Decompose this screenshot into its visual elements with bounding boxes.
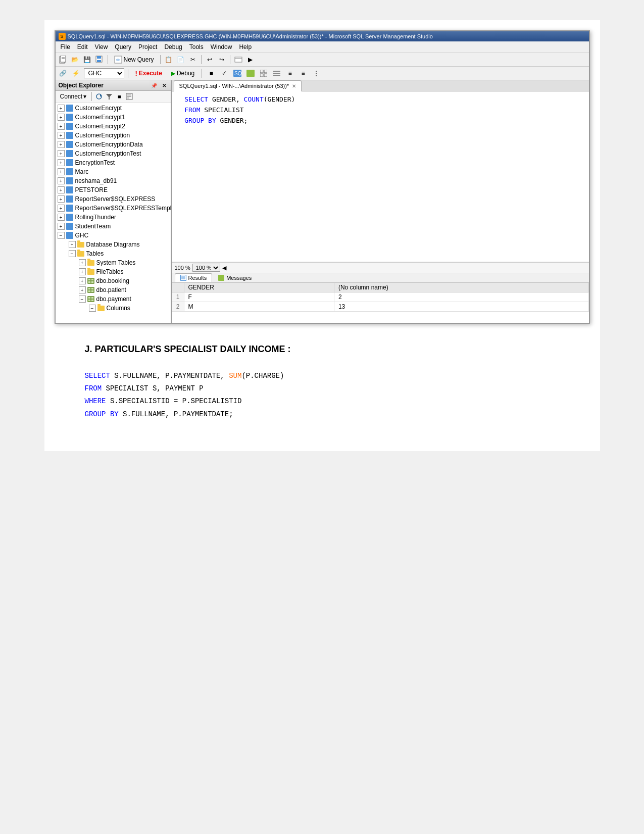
options-button[interactable]: ⋮ — [311, 68, 322, 79]
db-item-reportservertempdb[interactable]: + ReportServer$SQLEXPRESSTempDB — [56, 204, 171, 213]
oe-stop-btn[interactable]: ■ — [115, 92, 124, 101]
new-query-button[interactable]: ✏ New Query — [111, 54, 158, 65]
expand-dbo-patient[interactable]: + — [79, 286, 86, 293]
table-dbo-patient[interactable]: + dbo.patient — [56, 285, 171, 295]
expand-reportserver[interactable]: + — [58, 195, 65, 203]
results-button[interactable]: ≡ — [284, 68, 295, 79]
expand-customerencryptiontest[interactable]: + — [58, 150, 65, 157]
svg-rect-16 — [260, 74, 263, 77]
db-item-studentteam[interactable]: + StudentTeam — [56, 222, 171, 231]
expand-studentteam[interactable]: + — [58, 223, 65, 230]
expand-encryptiontest[interactable]: + — [58, 159, 65, 166]
toolbar2-btn2[interactable]: ⚡ — [71, 68, 82, 79]
db-item-customerencryption[interactable]: + CustomerEncryption — [56, 131, 171, 140]
expand-filetables[interactable]: + — [79, 268, 86, 275]
menu-query[interactable]: Query — [112, 42, 134, 52]
menu-view[interactable]: View — [92, 42, 111, 52]
toolbar2-btn1[interactable]: 🔗 — [58, 68, 69, 79]
expand-marc[interactable]: + — [58, 168, 65, 175]
db-item-neshama[interactable]: + neshama_db91 — [56, 176, 171, 185]
expand-customerencrypt1[interactable]: + — [58, 114, 65, 121]
save-button[interactable]: 💾 — [82, 54, 93, 65]
oe-filter-btn[interactable] — [105, 92, 114, 101]
code-editor[interactable]: SELECT GENDER, COUNT(GENDER) FROM SPECIA… — [172, 91, 589, 262]
expand-customerencrypt2[interactable]: + — [58, 123, 65, 130]
db-item-reportserver[interactable]: + ReportServer$SQLEXPRESS — [56, 194, 171, 204]
new-db-button[interactable] — [58, 54, 69, 65]
expand-tables[interactable]: − — [69, 250, 76, 257]
expand-db-diagrams[interactable]: + — [69, 241, 76, 248]
cut-button[interactable]: ✂ — [187, 54, 199, 65]
expand-dbo-booking[interactable]: + — [79, 277, 86, 284]
db-label-neshama: neshama_db91 — [75, 177, 117, 184]
query-tab-close[interactable]: ✕ — [292, 83, 296, 89]
copy-button[interactable]: 📋 — [163, 54, 174, 65]
open-file-button[interactable]: 📂 — [70, 54, 81, 65]
solution-explorer-button[interactable] — [233, 54, 244, 65]
expand-customerencryptiondata[interactable]: + — [58, 141, 65, 148]
close-panel-button[interactable]: ✕ — [161, 83, 168, 88]
results-tab-messages[interactable]: Messages — [213, 274, 257, 282]
menu-help[interactable]: Help — [236, 42, 255, 52]
db-item-customerencryptiontest[interactable]: + CustomerEncryptionTest — [56, 149, 171, 158]
oe-refresh-btn[interactable] — [94, 92, 104, 101]
pin-button[interactable]: 📌 — [150, 83, 159, 88]
folder-tables[interactable]: − Tables — [56, 249, 171, 258]
expand-customerencryption[interactable]: + — [58, 132, 65, 139]
align-button[interactable]: ≡ — [298, 68, 309, 79]
stop-button[interactable]: ■ — [206, 68, 217, 79]
db-item-customerencrypt[interactable]: + CustomerEncrypt — [56, 104, 171, 113]
folder-db-diagrams[interactable]: + Database Diagrams — [56, 240, 171, 249]
zoom-select[interactable]: 100 % — [192, 264, 220, 272]
expand-ghc[interactable]: − — [58, 232, 65, 239]
db-item-encryptiontest[interactable]: + EncryptionTest — [56, 158, 171, 167]
folder-columns[interactable]: − Columns — [56, 304, 171, 313]
menu-edit[interactable]: Edit — [74, 42, 91, 52]
db-item-rollingthunder[interactable]: + RollingThunder — [56, 213, 171, 222]
window-title: SQLQuery1.sql - WIN-M0FMH59U6CU\SQLEXPRE… — [68, 33, 433, 39]
grid-button[interactable] — [258, 68, 269, 79]
expand-columns[interactable]: − — [89, 305, 96, 312]
debug-button[interactable]: ▶ Debug — [168, 68, 198, 78]
check-syntax-button[interactable]: ✓ — [219, 68, 230, 79]
text-button[interactable] — [271, 68, 282, 79]
expand-dbo-payment[interactable]: − — [79, 296, 86, 303]
database-dropdown[interactable]: GHC — [84, 68, 124, 78]
play-button[interactable]: ▶ — [245, 54, 256, 65]
execute-button[interactable]: ! Execute — [132, 68, 166, 79]
menu-debug[interactable]: Debug — [161, 42, 185, 52]
redo-button[interactable]: ↪ — [216, 54, 227, 65]
folder-system-tables[interactable]: + System Tables — [56, 258, 171, 267]
expand-system-tables[interactable]: + — [79, 259, 86, 266]
table-label-dbo-payment: dbo.payment — [96, 296, 131, 303]
table-dbo-payment[interactable]: − dbo.payment — [56, 295, 171, 304]
db-item-customerencrypt1[interactable]: + CustomerEncrypt1 — [56, 113, 171, 122]
folder-filetables[interactable]: + FileTables — [56, 267, 171, 276]
expand-reportservertempdb[interactable]: + — [58, 205, 65, 212]
oe-properties-btn[interactable] — [125, 92, 134, 101]
undo-button[interactable]: ↩ — [204, 54, 215, 65]
expand-neshama[interactable]: + — [58, 177, 65, 184]
expand-rollingthunder[interactable]: + — [58, 214, 65, 221]
menu-bar: File Edit View Query Project Debug Tools… — [56, 41, 589, 53]
db-item-petstore[interactable]: + PETSTORE — [56, 185, 171, 194]
table-dbo-booking[interactable]: + dbo.booking — [56, 276, 171, 285]
paste-button[interactable]: 📄 — [175, 54, 186, 65]
menu-project[interactable]: Project — [135, 42, 160, 52]
menu-file[interactable]: File — [58, 42, 73, 52]
parse-button[interactable]: SQL — [232, 68, 243, 79]
db-item-customerencrypt2[interactable]: + CustomerEncrypt2 — [56, 122, 171, 131]
expand-customerencrypt[interactable]: + — [58, 105, 65, 112]
save-all-button[interactable] — [94, 54, 105, 65]
db-item-ghc[interactable]: − GHC — [56, 231, 171, 240]
menu-window[interactable]: Window — [208, 42, 235, 52]
menu-tools[interactable]: Tools — [186, 42, 207, 52]
connect-dropdown[interactable]: Connect ▾ — [58, 92, 89, 101]
svg-rect-14 — [260, 70, 263, 73]
results-tab-results[interactable]: Results — [175, 273, 213, 282]
db-connect2-button[interactable] — [245, 68, 256, 79]
db-item-marc[interactable]: + Marc — [56, 167, 171, 176]
db-item-customerencryptiondata[interactable]: + CustomerEncryptionData — [56, 140, 171, 149]
query-tab-1[interactable]: SQLQuery1.sql - WIN-...\Administrator (5… — [174, 80, 302, 91]
expand-petstore[interactable]: + — [58, 186, 65, 193]
